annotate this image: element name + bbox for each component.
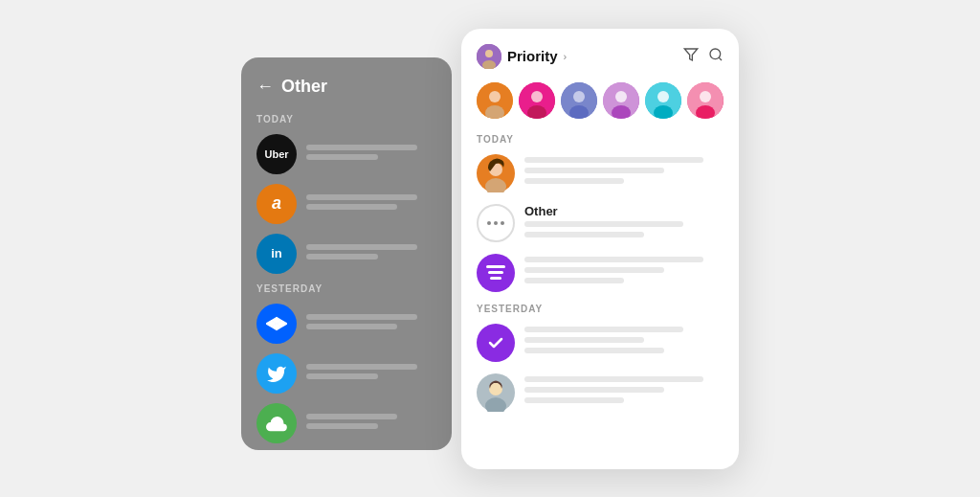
front-header-icons xyxy=(683,47,724,65)
list-item[interactable] xyxy=(256,403,436,443)
back-arrow-icon[interactable]: ← xyxy=(256,77,274,97)
avatar-1[interactable] xyxy=(477,82,513,119)
svg-line-9 xyxy=(719,57,722,60)
check-icon xyxy=(477,324,515,362)
list-item[interactable]: Uber xyxy=(256,134,436,174)
front-card: Priority › xyxy=(461,29,739,469)
avatar-4[interactable] xyxy=(603,82,639,119)
header-avatar xyxy=(477,44,501,69)
back-card-title: Other xyxy=(281,77,327,97)
chevron-right-icon: › xyxy=(564,51,568,62)
person-2-avatar xyxy=(477,373,515,412)
front-header-left: Priority › xyxy=(477,44,567,69)
svg-point-20 xyxy=(615,91,627,102)
svg-point-14 xyxy=(531,91,543,102)
list-item[interactable] xyxy=(477,324,724,362)
amazon-icon: a xyxy=(256,184,297,224)
uber-icon: Uber xyxy=(256,134,297,174)
other-item-label: Other xyxy=(524,204,724,218)
avatar-3[interactable] xyxy=(561,82,597,119)
list-item[interactable] xyxy=(477,373,724,412)
back-card: ← Other TODAY Uber a xyxy=(241,57,452,450)
search-icon[interactable] xyxy=(708,47,724,65)
svg-point-17 xyxy=(573,91,585,102)
svg-point-11 xyxy=(489,91,501,102)
back-today-label: TODAY xyxy=(256,114,436,124)
avatar-2[interactable] xyxy=(519,82,555,119)
front-title: Priority xyxy=(507,48,558,64)
list-item[interactable] xyxy=(477,254,724,292)
lines-icon xyxy=(477,254,515,292)
yesterday-section-label: YESTERDAY xyxy=(477,304,724,314)
svg-rect-32 xyxy=(488,271,503,274)
list-item[interactable]: in xyxy=(256,234,436,274)
list-item-other[interactable]: Other xyxy=(477,204,724,242)
avatar-6[interactable] xyxy=(687,82,724,119)
dropbox-icon xyxy=(256,304,297,344)
list-item[interactable] xyxy=(256,353,436,394)
avatar-5[interactable] xyxy=(645,82,681,119)
svg-point-26 xyxy=(700,91,711,102)
svg-point-8 xyxy=(710,49,721,59)
cloud-icon xyxy=(256,403,297,443)
list-item[interactable] xyxy=(256,304,436,344)
front-header: Priority › xyxy=(477,44,724,69)
list-item[interactable] xyxy=(477,154,724,192)
avatars-row xyxy=(477,82,724,119)
person-1-avatar xyxy=(477,154,515,192)
list-item[interactable]: a xyxy=(256,184,436,224)
svg-point-23 xyxy=(657,91,669,102)
today-section-label: TODAY xyxy=(477,134,724,145)
linkedin-icon: in xyxy=(256,234,297,274)
svg-marker-7 xyxy=(684,49,697,60)
scene: ← Other TODAY Uber a xyxy=(241,29,739,469)
back-yesterday-label: YESTERDAY xyxy=(256,283,436,294)
svg-point-5 xyxy=(485,50,493,57)
filter-icon[interactable] xyxy=(683,47,699,65)
twitter-icon xyxy=(256,353,297,394)
svg-rect-33 xyxy=(490,277,501,280)
svg-rect-31 xyxy=(486,265,505,268)
other-dots-icon xyxy=(477,204,515,242)
back-card-header: ← Other xyxy=(256,77,436,97)
